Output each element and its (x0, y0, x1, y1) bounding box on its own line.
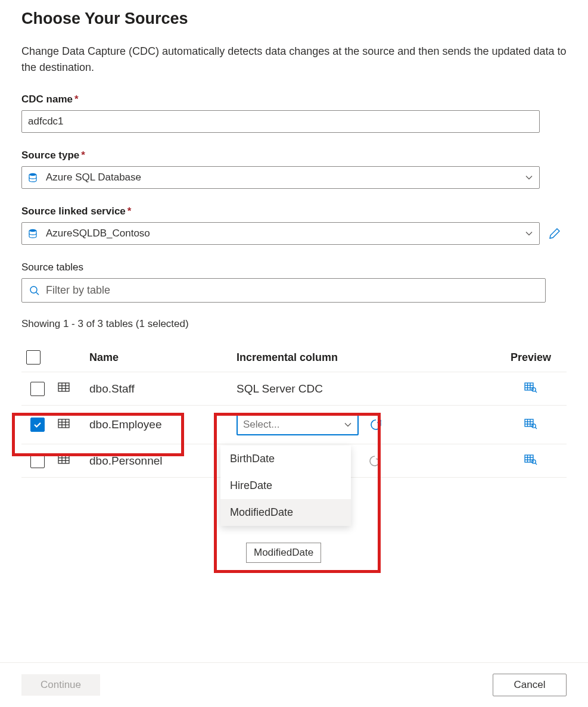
incremental-select[interactable]: Select... (237, 414, 359, 435)
row-name: dbo.Staff (86, 372, 233, 406)
showing-text: Showing 1 - 3 of 3 tables (1 selected) (21, 318, 567, 330)
continue-button[interactable]: Continue (21, 674, 100, 696)
svg-line-39 (536, 463, 537, 465)
chevron-down-icon (525, 229, 533, 238)
chevron-down-icon (344, 421, 352, 429)
table-icon (57, 453, 70, 466)
incremental-dropdown: BirthDate HireDate ModifiedDate (220, 446, 351, 526)
svg-rect-16 (58, 419, 69, 428)
tooltip: ModifiedDate (246, 543, 321, 563)
col-preview: Preview (495, 343, 567, 372)
row-checkbox[interactable] (30, 454, 45, 468)
row-incremental: SQL Server CDC (233, 372, 495, 406)
page-title: Choose Your Sources (21, 10, 567, 28)
linked-service-label: Source linked service* (21, 205, 567, 217)
table-row: dbo.Employee Select... (21, 406, 567, 444)
svg-point-0 (29, 173, 36, 176)
svg-point-2 (30, 286, 37, 293)
row-name: dbo.Personnel (86, 444, 233, 478)
row-checkbox[interactable] (30, 418, 45, 432)
edit-icon[interactable] (548, 227, 561, 240)
sql-database-icon (28, 229, 38, 238)
preview-icon[interactable] (524, 417, 537, 430)
source-tables-label: Source tables (21, 261, 567, 273)
search-icon (29, 285, 40, 296)
table-icon (57, 417, 70, 430)
preview-icon[interactable] (524, 381, 537, 394)
refresh-icon[interactable] (368, 454, 382, 468)
filter-table-input[interactable] (46, 284, 538, 297)
dropdown-item[interactable]: HireDate (220, 472, 351, 499)
row-name: dbo.Employee (86, 406, 233, 444)
svg-point-1 (29, 229, 36, 232)
svg-line-3 (36, 292, 39, 295)
cdc-name-label: CDC name* (21, 94, 567, 105)
refresh-icon[interactable] (369, 418, 383, 432)
filter-input-wrap[interactable] (21, 278, 546, 303)
page-description: Change Data Capture (CDC) automatically … (21, 43, 567, 76)
cancel-button[interactable]: Cancel (493, 674, 567, 696)
svg-rect-4 (58, 383, 69, 391)
chevron-down-icon (525, 173, 533, 182)
dropdown-item[interactable]: BirthDate (220, 446, 351, 472)
dropdown-item[interactable]: ModifiedDate (220, 499, 351, 526)
table-row: dbo.Staff SQL Server CDC (21, 372, 567, 406)
linked-service-select[interactable]: AzureSQLDB_Contoso (21, 222, 540, 245)
svg-rect-28 (58, 455, 69, 463)
sql-database-icon (28, 173, 38, 182)
source-type-select[interactable]: Azure SQL Database (21, 166, 540, 189)
select-all-checkbox[interactable] (26, 350, 41, 365)
footer: Continue Cancel (0, 662, 588, 696)
svg-line-27 (536, 427, 537, 429)
svg-line-15 (536, 391, 537, 393)
cdc-name-input[interactable] (21, 110, 540, 133)
table-icon (57, 381, 70, 394)
preview-icon[interactable] (524, 453, 537, 466)
svg-point-14 (532, 388, 536, 391)
col-incremental: Incremental column (233, 343, 495, 372)
svg-point-26 (532, 423, 536, 427)
svg-point-38 (532, 460, 536, 463)
col-name: Name (86, 343, 233, 372)
row-checkbox[interactable] (30, 382, 45, 396)
source-type-label: Source type* (21, 150, 567, 161)
